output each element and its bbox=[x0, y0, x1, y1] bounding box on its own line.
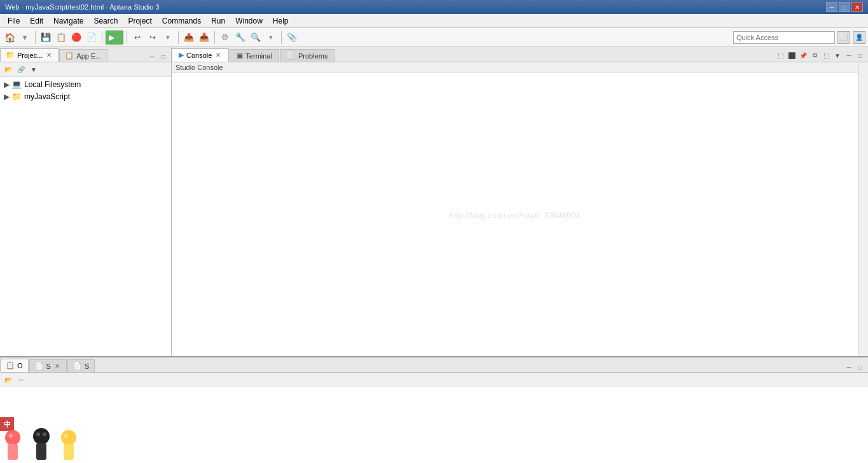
menu-file[interactable]: File bbox=[3, 15, 25, 27]
menu-bar: File Edit Navigate Search Project Comman… bbox=[0, 14, 868, 28]
svg-point-3 bbox=[33, 428, 50, 445]
tree-item-local-filesystem[interactable]: ▶ 💻 Local Filesystem bbox=[1, 78, 170, 90]
bottom-tab-s1[interactable]: 📄 S ✕ bbox=[29, 359, 67, 372]
tree-collapse-btn[interactable]: 📂 bbox=[3, 64, 14, 75]
left-panel: 📁 Projec... ✕ 📋 App E... ─ □ 📂 🔗 ▼ bbox=[0, 47, 172, 356]
svg-point-2 bbox=[9, 434, 13, 438]
toolbar-btn15[interactable]: 📎 bbox=[285, 31, 299, 45]
toolbar-btn10[interactable]: 📥 bbox=[197, 31, 211, 45]
quick-access-input[interactable] bbox=[733, 31, 835, 44]
toolbar-run-btn[interactable]: ▶ ▼ bbox=[106, 31, 123, 45]
tab-appexplorer[interactable]: 📋 App E... bbox=[59, 49, 107, 62]
bottom-toolbar: 📂 ─ bbox=[0, 373, 868, 387]
tab-console-label: Console bbox=[186, 52, 212, 59]
svg-point-0 bbox=[5, 430, 20, 445]
bottom-tab-s2-label: S bbox=[85, 363, 89, 370]
toolbar-btn14[interactable]: ▼ bbox=[264, 31, 278, 45]
close-button[interactable]: ✕ bbox=[851, 2, 863, 12]
maximize-left-panel-btn[interactable]: □ bbox=[158, 52, 169, 62]
bottom-panel-controls: ─ □ bbox=[844, 362, 868, 372]
left-panel-controls: ─ □ bbox=[147, 52, 171, 62]
toolbar-sep3 bbox=[127, 31, 127, 44]
tab-terminal-label: Terminal bbox=[245, 52, 272, 60]
tree-label-myjavascript: myJavaScript bbox=[24, 92, 70, 101]
console-ctrl-2[interactable]: ⬛ bbox=[787, 50, 797, 60]
toolbar-btn9[interactable]: 📤 bbox=[182, 31, 196, 45]
tab-projects-label: Projec... bbox=[17, 52, 43, 59]
menu-window[interactable]: Window bbox=[230, 15, 268, 27]
toolbar-btn12[interactable]: 🔧 bbox=[233, 31, 247, 45]
bottom-maximize-btn[interactable]: □ bbox=[855, 362, 865, 372]
minimize-left-panel-btn[interactable]: ─ bbox=[147, 52, 157, 62]
bottom-tab-outline[interactable]: 📋 O bbox=[0, 359, 29, 372]
tree-label-local-filesystem: Local Filesystem bbox=[24, 80, 81, 89]
toolbar-sep4 bbox=[178, 31, 179, 44]
menu-search[interactable]: Search bbox=[88, 15, 123, 27]
tab-projects[interactable]: 📁 Projec... ✕ bbox=[0, 48, 59, 62]
bottom-minimize-btn[interactable]: ─ bbox=[844, 362, 854, 372]
toolbar-btn3[interactable]: 📋 bbox=[54, 31, 68, 45]
tree-item-myjavascript[interactable]: ▶ 📁 myJavaScript bbox=[1, 90, 170, 102]
toolbar-btn8[interactable]: ▼ bbox=[161, 31, 175, 45]
tab-console[interactable]: ▶ Console ✕ bbox=[172, 48, 229, 62]
bottom-toolbar-btn1[interactable]: 📂 bbox=[3, 374, 14, 385]
menu-help[interactable]: Help bbox=[268, 15, 294, 27]
console-ctrl-6[interactable]: ▼ bbox=[832, 50, 843, 60]
console-ctrl-split[interactable]: ⧉ bbox=[809, 50, 820, 60]
toolbar-btn6[interactable]: ↩ bbox=[130, 31, 144, 45]
console-tab-controls: ⬚ ⬛ 📌 ⧉ ⬚ ▼ ─ □ bbox=[773, 49, 868, 62]
tab-problems-icon: ⬜ bbox=[287, 52, 296, 60]
console-maximize-btn[interactable]: □ bbox=[855, 50, 865, 60]
console-ctrl-pin[interactable]: 📌 bbox=[798, 50, 808, 60]
ime-characters-svg bbox=[0, 425, 86, 463]
menu-project[interactable]: Project bbox=[123, 15, 156, 27]
bottom-toolbar-btn2[interactable]: ─ bbox=[15, 374, 27, 385]
svg-point-5 bbox=[36, 432, 40, 436]
toolbar-sep6 bbox=[281, 31, 282, 44]
toolbar-btn13[interactable]: 🔍 bbox=[249, 31, 263, 45]
scrollbar-track[interactable] bbox=[858, 62, 868, 73]
tree-dropdown-btn[interactable]: ▼ bbox=[28, 64, 39, 75]
toolbar-new-btn[interactable]: 🏠 bbox=[3, 31, 17, 45]
toolbar-profile-btn[interactable]: 👤 bbox=[853, 31, 865, 44]
tree-link-btn[interactable]: 🔗 bbox=[15, 64, 27, 75]
tab-appexplorer-label: App E... bbox=[76, 52, 101, 60]
tree-view: ▶ 💻 Local Filesystem ▶ 📁 myJavaScript bbox=[0, 77, 171, 356]
console-ctrl-5[interactable]: ⬚ bbox=[821, 50, 831, 60]
title-bar: Web - myJavaScript/test02.html - Aptana … bbox=[0, 0, 868, 14]
console-content: Studio Console http://blog.csdn.net/sina… bbox=[172, 62, 858, 356]
svg-point-6 bbox=[43, 432, 46, 436]
local-filesystem-icon: 💻 bbox=[11, 79, 22, 89]
menu-navigate[interactable]: Navigate bbox=[48, 15, 88, 27]
console-panel-wrapper: Studio Console http://blog.csdn.net/sina… bbox=[172, 62, 868, 356]
toolbar-view-layout-btn[interactable]: ⬜ bbox=[837, 31, 850, 44]
watermark-text: http://blog.csdn.net/sinat_37646901 bbox=[450, 210, 581, 219]
tree-toolbar: 📂 🔗 ▼ bbox=[0, 62, 171, 77]
toolbar-save-btn[interactable]: 💾 bbox=[39, 31, 53, 45]
toolbar-btn11[interactable]: ⚙ bbox=[218, 31, 232, 45]
toolbar-btn2[interactable]: ▼ bbox=[18, 31, 32, 45]
menu-commands[interactable]: Commands bbox=[157, 15, 206, 27]
svg-rect-4 bbox=[36, 443, 46, 460]
maximize-button[interactable]: □ bbox=[839, 2, 850, 12]
svg-rect-1 bbox=[8, 444, 18, 460]
tab-projects-close[interactable]: ✕ bbox=[45, 52, 53, 59]
tab-console-close[interactable]: ✕ bbox=[214, 52, 222, 59]
toolbar-btn4[interactable]: 🔴 bbox=[69, 31, 83, 45]
toolbar-btn5[interactable]: 📄 bbox=[85, 31, 99, 45]
console-ctrl-1[interactable]: ⬚ bbox=[775, 50, 785, 60]
menu-edit[interactable]: Edit bbox=[25, 15, 48, 27]
toolbar-btn7[interactable]: ↪ bbox=[146, 31, 160, 45]
title-bar-controls: ─ □ ✕ bbox=[826, 2, 863, 12]
minimize-button[interactable]: ─ bbox=[826, 2, 837, 12]
right-sidebar-scrollbar[interactable] bbox=[858, 62, 868, 356]
tab-problems[interactable]: ⬜ Problems bbox=[280, 49, 334, 62]
bottom-tab-s1-close[interactable]: ✕ bbox=[53, 363, 61, 370]
tab-terminal[interactable]: ▣ Terminal bbox=[230, 49, 279, 62]
menu-run[interactable]: Run bbox=[206, 15, 230, 27]
bottom-tab-outline-label: O bbox=[17, 362, 23, 370]
bottom-tab-s2[interactable]: 📄 S bbox=[67, 359, 95, 372]
right-panel: ▶ Console ✕ ▣ Terminal ⬜ Problems ⬚ ⬛ 📌 … bbox=[172, 47, 868, 356]
console-minimize-btn[interactable]: ─ bbox=[844, 50, 854, 60]
tab-console-icon: ▶ bbox=[179, 51, 184, 59]
